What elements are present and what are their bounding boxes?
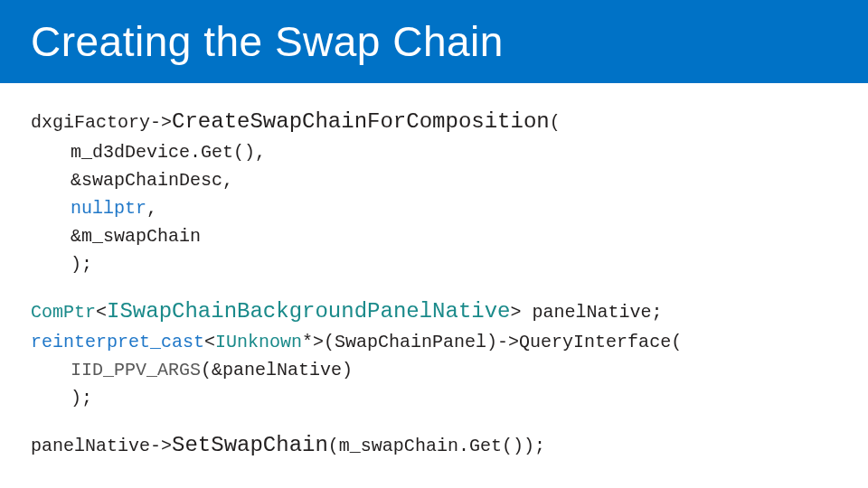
code-macro: IID_PPV_ARGS [71, 360, 201, 380]
code-text: panelNative; [522, 302, 663, 323]
code-line: ComPtr<ISwapChainBackgroundPanelNative> … [31, 295, 837, 328]
code-call: CreateSwapChainForComposition [172, 109, 550, 134]
code-text: (&panelNative) [201, 360, 353, 380]
code-type: ISwapChainBackgroundPanelNative [107, 299, 510, 324]
code-call: SetSwapChain [172, 433, 328, 457]
code-text: *>(SwapChainPanel)->QueryInterface( [302, 332, 682, 352]
code-type: IUnknown [215, 332, 302, 352]
code-text: > [511, 302, 522, 323]
code-line: panelNative->SetSwapChain(m_swapChain.Ge… [31, 428, 837, 462]
code-text: panelNative-> [31, 436, 172, 456]
code-block-2: ComPtr<ISwapChainBackgroundPanelNative> … [31, 295, 837, 412]
code-block-3: panelNative->SetSwapChain(m_swapChain.Ge… [31, 428, 837, 462]
code-line: &m_swapChain [31, 222, 837, 250]
code-type: ComPtr [31, 302, 96, 323]
code-line: ); [31, 250, 837, 278]
code-line: &swapChainDesc, [31, 166, 837, 194]
code-text: ( [550, 112, 561, 133]
code-content: dxgiFactory->CreateSwapChainForCompositi… [0, 83, 868, 463]
code-text: < [96, 302, 107, 323]
code-line: IID_PPV_ARGS(&panelNative) [31, 356, 837, 384]
code-line: m_d3dDevice.Get(), [31, 138, 837, 166]
code-line: nullptr, [31, 194, 837, 222]
slide-title: Creating the Swap Chain [31, 17, 504, 66]
code-text: , [146, 198, 157, 219]
code-text: dxgiFactory-> [31, 112, 172, 133]
code-text: (m_swapChain.Get()); [328, 436, 545, 456]
code-text: < [204, 332, 215, 352]
slide-title-bar: Creating the Swap Chain [0, 0, 868, 83]
code-keyword: reinterpret_cast [31, 332, 204, 352]
code-block-1: dxgiFactory->CreateSwapChainForCompositi… [31, 105, 837, 278]
code-keyword: nullptr [71, 198, 146, 219]
code-line: dxgiFactory->CreateSwapChainForCompositi… [31, 105, 837, 138]
code-line: reinterpret_cast<IUnknown*>(SwapChainPan… [31, 328, 837, 356]
code-line: ); [31, 384, 837, 412]
